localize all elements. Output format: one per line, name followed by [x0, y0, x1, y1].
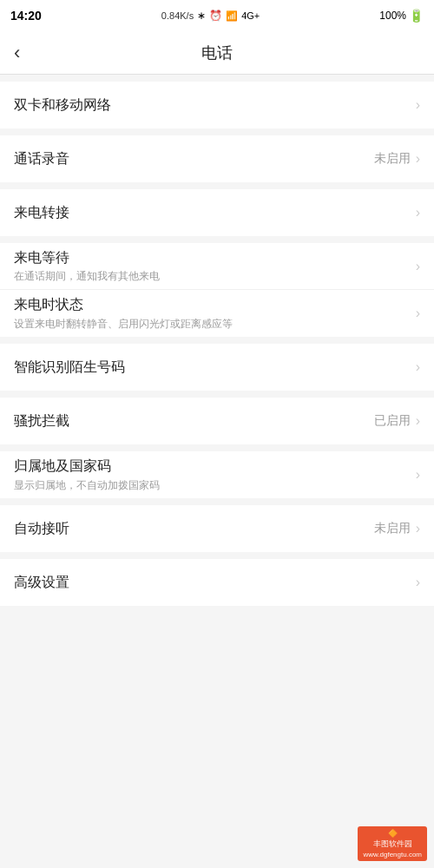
item-status: 未启用 — [374, 151, 411, 167]
item-title: 自动接听 — [14, 519, 367, 538]
item-left: 归属地及国家码显示归属地，不自动加拨国家码 — [14, 457, 416, 492]
item-status: 未启用 — [374, 521, 411, 536]
status-center: 0.84K/s ∗ ⏰ 📶 4G+ — [161, 10, 260, 22]
nav-bar: ‹ 电话 — [0, 31, 434, 75]
list-item-7-0[interactable]: 自动接听未启用› — [0, 505, 434, 552]
item-right: › — [416, 360, 420, 374]
item-subtitle: 设置来电时翻转静音、启用闪光灯或距离感应等 — [14, 317, 409, 332]
item-right: › — [416, 468, 420, 482]
list-item-4-0[interactable]: 智能识别陌生号码› — [0, 344, 434, 391]
item-left: 高级设置 — [14, 573, 416, 592]
item-left: 骚扰拦截 — [14, 411, 374, 431]
section-8: 高级设置› — [0, 559, 434, 606]
chevron-right-icon: › — [416, 260, 420, 273]
item-title: 来电时状态 — [14, 295, 409, 314]
network-speed: 0.84K/s — [161, 10, 194, 21]
item-title: 骚扰拦截 — [14, 411, 367, 431]
section-3: 来电等待在通话期间，通知我有其他来电›来电时状态设置来电时翻转静音、启用闪光灯或… — [0, 243, 434, 337]
watermark-line2: www.dgfengtu.com — [363, 851, 422, 858]
section-0: 双卡和移动网络› — [0, 82, 434, 128]
item-title: 双卡和移动网络 — [14, 95, 409, 115]
chevron-right-icon: › — [416, 522, 420, 536]
item-left: 智能识别陌生号码 — [14, 358, 416, 377]
battery-icon: 🔋 — [409, 9, 424, 23]
status-right: 100% 🔋 — [379, 9, 424, 23]
list-item-0-0[interactable]: 双卡和移动网络› — [0, 82, 434, 128]
item-title: 来电转接 — [14, 203, 409, 222]
item-left: 双卡和移动网络 — [14, 95, 416, 115]
signal-icon: 📶 — [226, 10, 238, 22]
list-item-6-0[interactable]: 归属地及国家码显示归属地，不自动加拨国家码› — [0, 451, 434, 498]
bluetooth-icon: ∗ — [197, 10, 206, 22]
carrier-label: 4G+ — [241, 10, 260, 21]
chevron-right-icon: › — [416, 575, 420, 589]
section-2: 来电转接› — [0, 189, 434, 236]
alarm-icon: ⏰ — [209, 10, 222, 22]
item-right: › — [416, 575, 420, 589]
battery-label: 100% — [379, 10, 406, 22]
item-left: 通话录音 — [14, 149, 374, 168]
watermark: 🔶 丰图软件园 www.dgfengtu.com — [358, 826, 427, 861]
item-right: 已启用› — [374, 413, 420, 429]
watermark-line1: 丰图软件园 — [373, 838, 412, 850]
item-right: › — [416, 260, 420, 273]
item-right: › — [416, 98, 420, 112]
chevron-right-icon: › — [416, 206, 420, 220]
item-subtitle: 显示归属地，不自动加拨国家码 — [14, 478, 409, 493]
chevron-right-icon: › — [416, 152, 420, 166]
section-7: 自动接听未启用› — [0, 505, 434, 552]
item-right: › — [416, 206, 420, 220]
list-item-3-1[interactable]: 来电时状态设置来电时翻转静音、启用闪光灯或距离感应等› — [0, 290, 434, 337]
section-6: 归属地及国家码显示归属地，不自动加拨国家码› — [0, 451, 434, 498]
chevron-right-icon: › — [416, 98, 420, 112]
item-title: 归属地及国家码 — [14, 457, 409, 476]
list-item-1-0[interactable]: 通话录音未启用› — [0, 135, 434, 182]
item-right: 未启用› — [374, 151, 420, 167]
item-title: 智能识别陌生号码 — [14, 358, 409, 377]
page-wrapper: 14:20 0.84K/s ∗ ⏰ 📶 4G+ 100% 🔋 ‹ 电话 双卡和移… — [0, 0, 434, 868]
chevron-right-icon: › — [416, 360, 420, 374]
chevron-right-icon: › — [416, 468, 420, 482]
item-left: 来电等待在通话期间，通知我有其他来电 — [14, 248, 416, 284]
section-1: 通话录音未启用› — [0, 135, 434, 182]
item-subtitle: 在通话期间，通知我有其他来电 — [14, 269, 409, 284]
section-5: 骚扰拦截已启用› — [0, 398, 434, 444]
watermark-icon: 🔶 — [388, 829, 398, 838]
back-button[interactable]: ‹ — [14, 43, 20, 62]
item-title: 通话录音 — [14, 149, 367, 168]
status-time: 14:20 — [10, 9, 42, 23]
item-left: 来电时状态设置来电时翻转静音、启用闪光灯或距离感应等 — [14, 295, 416, 331]
content-area: 双卡和移动网络›通话录音未启用›来电转接›来电等待在通话期间，通知我有其他来电›… — [0, 75, 434, 606]
item-right: › — [416, 306, 420, 320]
status-bar: 14:20 0.84K/s ∗ ⏰ 📶 4G+ 100% 🔋 — [0, 0, 434, 31]
list-item-8-0[interactable]: 高级设置› — [0, 559, 434, 606]
item-left: 来电转接 — [14, 203, 416, 222]
item-title: 高级设置 — [14, 573, 409, 592]
chevron-right-icon: › — [416, 414, 420, 428]
item-right: 未启用› — [374, 521, 420, 536]
list-item-5-0[interactable]: 骚扰拦截已启用› — [0, 398, 434, 444]
item-title: 来电等待 — [14, 248, 409, 267]
item-left: 自动接听 — [14, 519, 374, 538]
list-item-2-0[interactable]: 来电转接› — [0, 189, 434, 236]
item-status: 已启用 — [374, 413, 411, 429]
chevron-right-icon: › — [416, 306, 420, 320]
page-title: 电话 — [201, 43, 233, 63]
section-4: 智能识别陌生号码› — [0, 344, 434, 391]
list-item-3-0[interactable]: 来电等待在通话期间，通知我有其他来电› — [0, 243, 434, 290]
